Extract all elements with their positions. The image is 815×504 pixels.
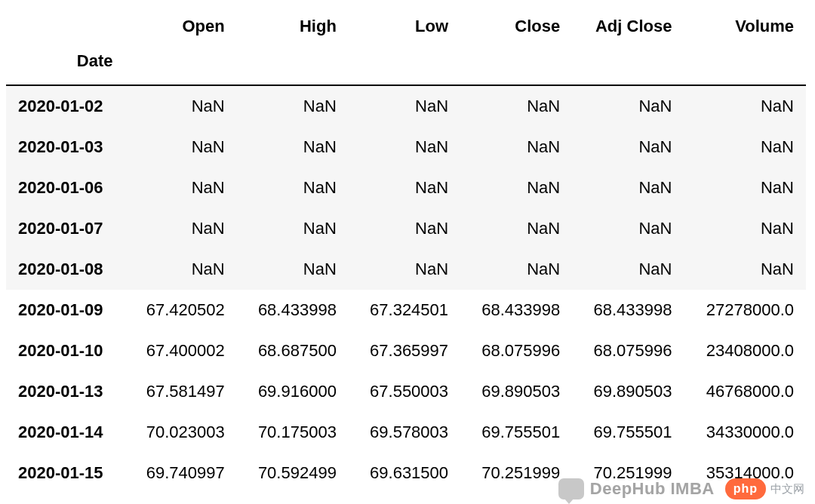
index-corner-blank — [6, 6, 125, 47]
col-close: Close — [460, 6, 572, 47]
table-row: 2020-01-02NaNNaNNaNNaNNaNNaN — [6, 85, 806, 127]
cell-close: NaN — [460, 167, 572, 208]
cell-volume: 46768000.0 — [684, 371, 806, 412]
col-adj-close: Adj Close — [572, 6, 684, 47]
cell-adj-close: 68.433998 — [572, 290, 684, 330]
cell-open: NaN — [125, 127, 237, 167]
row-date: 2020-01-15 — [6, 453, 125, 493]
cell-close: 68.433998 — [460, 290, 572, 330]
cell-low: NaN — [349, 249, 460, 290]
cell-high: 68.433998 — [237, 290, 349, 330]
cell-volume: NaN — [684, 167, 806, 208]
row-date: 2020-01-10 — [6, 330, 125, 371]
dataframe-table-wrap: Open High Low Close Adj Close Volume Dat… — [0, 0, 815, 499]
cell-close: 68.075996 — [460, 330, 572, 371]
cell-adj-close: 69.755501 — [572, 412, 684, 453]
row-date: 2020-01-03 — [6, 127, 125, 167]
col-low: Low — [349, 6, 460, 47]
cell-high: NaN — [237, 85, 349, 127]
cell-high: NaN — [237, 127, 349, 167]
row-date: 2020-01-14 — [6, 412, 125, 453]
table-row: 2020-01-07NaNNaNNaNNaNNaNNaN — [6, 208, 806, 249]
table-row: 2020-01-06NaNNaNNaNNaNNaNNaN — [6, 167, 806, 208]
cell-low: 69.631500 — [349, 453, 460, 493]
cell-high: NaN — [237, 249, 349, 290]
cell-adj-close: NaN — [572, 127, 684, 167]
table-row: 2020-01-1569.74099770.59249969.63150070.… — [6, 453, 806, 493]
cell-volume: NaN — [684, 85, 806, 127]
cell-high: 70.592499 — [237, 453, 349, 493]
cell-volume: 27278000.0 — [684, 290, 806, 330]
row-date: 2020-01-13 — [6, 371, 125, 412]
cell-low: NaN — [349, 127, 460, 167]
cell-adj-close: NaN — [572, 167, 684, 208]
row-date: 2020-01-09 — [6, 290, 125, 330]
cell-adj-close: 69.890503 — [572, 371, 684, 412]
cell-close: NaN — [460, 208, 572, 249]
cell-open: 67.400002 — [125, 330, 237, 371]
cell-volume: 23408000.0 — [684, 330, 806, 371]
row-date: 2020-01-06 — [6, 167, 125, 208]
cell-close: 70.251999 — [460, 453, 572, 493]
cell-high: 70.175003 — [237, 412, 349, 453]
cell-close: NaN — [460, 85, 572, 127]
index-name: Date — [6, 47, 125, 85]
table-row: 2020-01-08NaNNaNNaNNaNNaNNaN — [6, 249, 806, 290]
table-row: 2020-01-1367.58149769.91600067.55000369.… — [6, 371, 806, 412]
cell-low: NaN — [349, 85, 460, 127]
col-volume: Volume — [684, 6, 806, 47]
table-row: 2020-01-1470.02300370.17500369.57800369.… — [6, 412, 806, 453]
cell-volume: NaN — [684, 127, 806, 167]
cell-low: 67.365997 — [349, 330, 460, 371]
cell-adj-close: NaN — [572, 208, 684, 249]
row-date: 2020-01-07 — [6, 208, 125, 249]
table-header: Open High Low Close Adj Close Volume Dat… — [6, 6, 806, 85]
cell-low: 69.578003 — [349, 412, 460, 453]
cell-open: NaN — [125, 208, 237, 249]
row-date: 2020-01-08 — [6, 249, 125, 290]
col-open: Open — [125, 6, 237, 47]
cell-adj-close: NaN — [572, 249, 684, 290]
cell-close: NaN — [460, 249, 572, 290]
cell-open: NaN — [125, 167, 237, 208]
cell-open: 67.581497 — [125, 371, 237, 412]
table-body: 2020-01-02NaNNaNNaNNaNNaNNaN2020-01-03Na… — [6, 85, 806, 493]
cell-volume: 35314000.0 — [684, 453, 806, 493]
cell-open: 69.740997 — [125, 453, 237, 493]
cell-low: NaN — [349, 208, 460, 249]
row-date: 2020-01-02 — [6, 85, 125, 127]
cell-low: 67.324501 — [349, 290, 460, 330]
header-row-index: Date — [6, 47, 806, 85]
cell-low: 67.550003 — [349, 371, 460, 412]
cell-open: NaN — [125, 249, 237, 290]
cell-open: NaN — [125, 85, 237, 127]
cell-close: NaN — [460, 127, 572, 167]
cell-high: 69.916000 — [237, 371, 349, 412]
cell-adj-close: NaN — [572, 85, 684, 127]
cell-volume: 34330000.0 — [684, 412, 806, 453]
cell-close: 69.890503 — [460, 371, 572, 412]
header-row-columns: Open High Low Close Adj Close Volume — [6, 6, 806, 47]
cell-low: NaN — [349, 167, 460, 208]
table-row: 2020-01-03NaNNaNNaNNaNNaNNaN — [6, 127, 806, 167]
table-row: 2020-01-1067.40000268.68750067.36599768.… — [6, 330, 806, 371]
cell-adj-close: 70.251999 — [572, 453, 684, 493]
cell-high: 68.687500 — [237, 330, 349, 371]
cell-high: NaN — [237, 208, 349, 249]
cell-volume: NaN — [684, 208, 806, 249]
cell-adj-close: 68.075996 — [572, 330, 684, 371]
dataframe-table: Open High Low Close Adj Close Volume Dat… — [6, 6, 806, 493]
cell-open: 70.023003 — [125, 412, 237, 453]
cell-high: NaN — [237, 167, 349, 208]
cell-close: 69.755501 — [460, 412, 572, 453]
table-row: 2020-01-0967.42050268.43399867.32450168.… — [6, 290, 806, 330]
cell-volume: NaN — [684, 249, 806, 290]
cell-open: 67.420502 — [125, 290, 237, 330]
col-high: High — [237, 6, 349, 47]
